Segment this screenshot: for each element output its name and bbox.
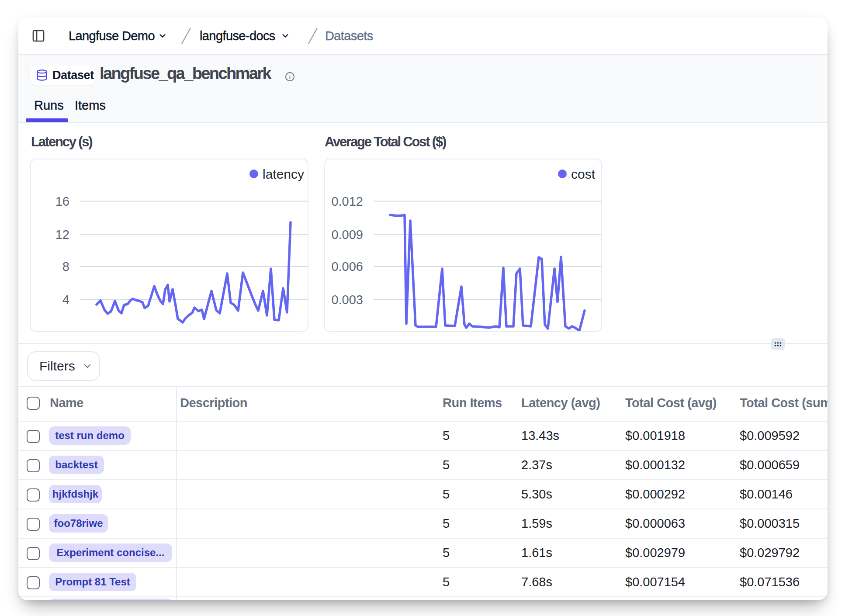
svg-text:0.003: 0.003 <box>331 293 363 307</box>
svg-text:4: 4 <box>62 293 69 307</box>
svg-text:16: 16 <box>55 194 69 208</box>
svg-text:8: 8 <box>62 260 69 273</box>
svg-text:0.009: 0.009 <box>331 228 363 242</box>
svg-text:12: 12 <box>55 228 69 242</box>
svg-text:cost: cost <box>571 167 596 181</box>
svg-text:latency: latency <box>263 167 304 181</box>
svg-text:0.012: 0.012 <box>331 194 363 208</box>
svg-text:0.006: 0.006 <box>331 260 363 273</box>
